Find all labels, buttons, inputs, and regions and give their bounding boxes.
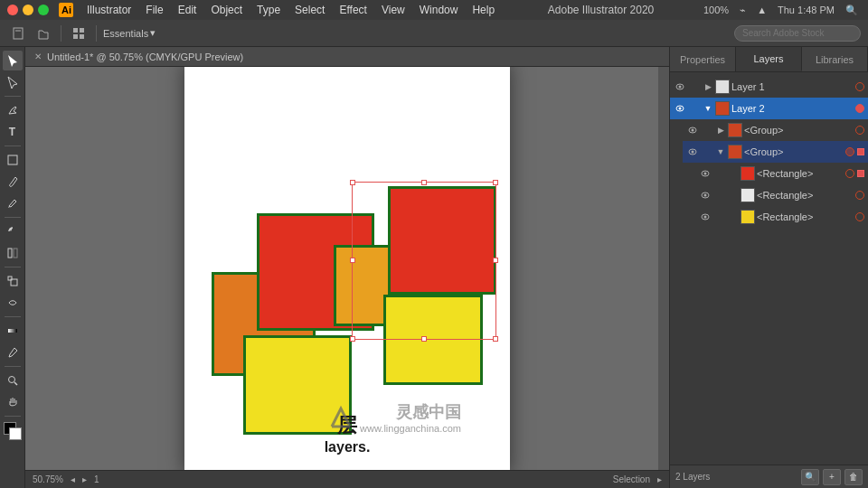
menu-object[interactable]: Object [204, 4, 249, 16]
visibility-icon-group2[interactable] [686, 145, 699, 158]
artboard-number[interactable]: 1 [94, 474, 99, 484]
menu-type[interactable]: Type [250, 4, 287, 16]
lock-icon-group1[interactable] [701, 124, 713, 136]
eyedropper-tool-button[interactable] [3, 343, 23, 362]
layer-row-rect1[interactable]: ▶ <Rectangle> [695, 163, 868, 184]
menu-help[interactable]: Help [466, 4, 501, 16]
layer-name-rect3[interactable]: <Rectangle> [757, 211, 854, 222]
layer-name-rect1[interactable]: <Rectangle> [757, 168, 844, 179]
layer-target-circle-group2[interactable] [845, 147, 854, 156]
toolbar-separator-2 [96, 25, 97, 42]
zoom-increase-button[interactable]: ▸ [82, 474, 87, 484]
close-tab-icon[interactable]: ✕ [34, 52, 42, 61]
layer-row-group2[interactable]: ▼ <Group> [683, 141, 868, 163]
grid-view-button[interactable] [68, 23, 90, 43]
menu-select[interactable]: Select [288, 4, 331, 16]
find-layer-button[interactable]: 🔍 [801, 469, 819, 485]
zoom-tool-button[interactable] [3, 371, 23, 390]
gradient-tool-button[interactable] [3, 321, 23, 341]
menu-view[interactable]: View [375, 4, 411, 16]
layer-name-group1[interactable]: <Group> [744, 125, 854, 136]
visibility-icon-layer1[interactable] [674, 80, 686, 93]
layer-name-layer1[interactable]: Layer 1 [731, 81, 854, 92]
layer-row-group1[interactable]: ▶ <Group> [683, 119, 868, 141]
expand-icon-group1[interactable]: ▶ [715, 125, 726, 136]
direct-selection-tool-button[interactable] [3, 72, 23, 92]
expand-icon-layer2[interactable]: ▼ [703, 103, 713, 114]
expand-spacer-rect1: ▶ [728, 168, 739, 179]
scale-tool-button[interactable] [3, 271, 23, 291]
visibility-icon-group1[interactable] [686, 124, 699, 136]
handle-br[interactable] [493, 336, 498, 342]
lock-icon-rect2[interactable] [713, 189, 726, 202]
shape-yellow-rect-2[interactable] [383, 295, 483, 385]
visibility-icon-rect3[interactable] [699, 211, 712, 223]
minimize-button[interactable] [23, 5, 33, 15]
close-button[interactable] [7, 5, 18, 15]
pen-tool-button[interactable] [3, 100, 23, 120]
warp-tool-button[interactable] [3, 293, 23, 313]
menu-window[interactable]: Window [413, 4, 465, 16]
zoom-display[interactable]: 50.75% [33, 474, 63, 484]
layer-row-layer1[interactable]: ▶ Layer 1 [670, 76, 868, 98]
handle-tl[interactable] [350, 180, 355, 185]
svg-rect-8 [8, 155, 17, 164]
shape-tool-button[interactable] [3, 150, 23, 170]
canvas-viewport: 层 layers. 灵感中国 www.lingganchina.com [25, 67, 669, 470]
color-swatch[interactable] [4, 422, 22, 440]
shape-yellow-rect-1[interactable] [243, 335, 352, 435]
layer-target-circle-group1[interactable] [855, 126, 864, 135]
layer-row-rect2[interactable]: ▶ <Rectangle> [695, 184, 868, 206]
tab-properties[interactable]: Properties [670, 47, 736, 71]
tab-libraries[interactable]: Libraries [802, 47, 868, 71]
background-color[interactable] [9, 427, 22, 440]
stock-search-input[interactable] [734, 25, 861, 42]
open-file-button[interactable] [33, 23, 54, 43]
layer-target-circle-rect1[interactable] [845, 169, 854, 178]
selection-tool-button[interactable] [3, 51, 23, 70]
new-file-button[interactable] [7, 23, 29, 43]
expand-icon-group2[interactable]: ▼ [715, 146, 726, 157]
layer-name-layer2[interactable]: Layer 2 [731, 103, 854, 114]
layer-target-circle-layer1[interactable] [855, 82, 864, 91]
status-arrow-right[interactable]: ▸ [657, 474, 662, 484]
layer-target-circle-layer2[interactable] [855, 104, 864, 113]
lock-icon-rect3[interactable] [713, 211, 726, 223]
menu-file[interactable]: File [139, 4, 169, 16]
reflect-tool-button[interactable] [3, 243, 23, 263]
paintbrush-tool-button[interactable] [3, 172, 23, 192]
add-layer-button[interactable]: + [823, 469, 841, 485]
layer-target-circle-rect3[interactable] [855, 212, 864, 221]
handle-tm[interactable] [421, 180, 427, 185]
layer-target-circle-rect2[interactable] [855, 191, 864, 200]
tab-layers[interactable]: Layers [736, 47, 802, 71]
pencil-tool-button[interactable] [3, 193, 23, 213]
lock-icon-group2[interactable] [701, 145, 713, 158]
visibility-icon-rect1[interactable] [699, 167, 712, 180]
delete-layer-button[interactable]: 🗑 [844, 469, 863, 485]
lock-icon-layer1[interactable] [688, 80, 701, 93]
handle-tr[interactable] [493, 180, 498, 185]
menu-illustrator[interactable]: Illustrator [80, 4, 137, 16]
hand-tool-button[interactable] [3, 392, 23, 412]
menu-effect[interactable]: Effect [333, 4, 373, 16]
rotate-tool-button[interactable] [3, 221, 23, 241]
document-tab[interactable]: ✕ Untitled-1* @ 50.75% (CMYK/GPU Preview… [25, 47, 669, 67]
type-tool-button[interactable]: T [3, 122, 23, 142]
visibility-icon-rect2[interactable] [699, 189, 712, 202]
layer-row-rect3[interactable]: ▶ <Rectangle> [695, 206, 868, 228]
layer-row-layer2[interactable]: ▼ Layer 2 [670, 98, 868, 119]
search-icon[interactable]: 🔍 [843, 5, 861, 16]
layer-name-group2[interactable]: <Group> [744, 146, 844, 157]
essentials-button[interactable]: Essentials ▾ [103, 27, 156, 39]
lock-icon-layer2[interactable] [688, 102, 701, 115]
canvas-vertical-scrollbar[interactable] [658, 67, 669, 470]
fullscreen-button[interactable] [38, 5, 49, 15]
shape-red-rect-2[interactable] [388, 186, 496, 295]
menu-edit[interactable]: Edit [172, 4, 203, 16]
layer-name-rect2[interactable]: <Rectangle> [757, 190, 854, 201]
lock-icon-rect1[interactable] [713, 167, 726, 180]
zoom-decrease-button[interactable]: ◂ [71, 474, 75, 484]
visibility-icon-layer2[interactable] [674, 102, 686, 115]
expand-icon-layer1[interactable]: ▶ [703, 81, 713, 92]
